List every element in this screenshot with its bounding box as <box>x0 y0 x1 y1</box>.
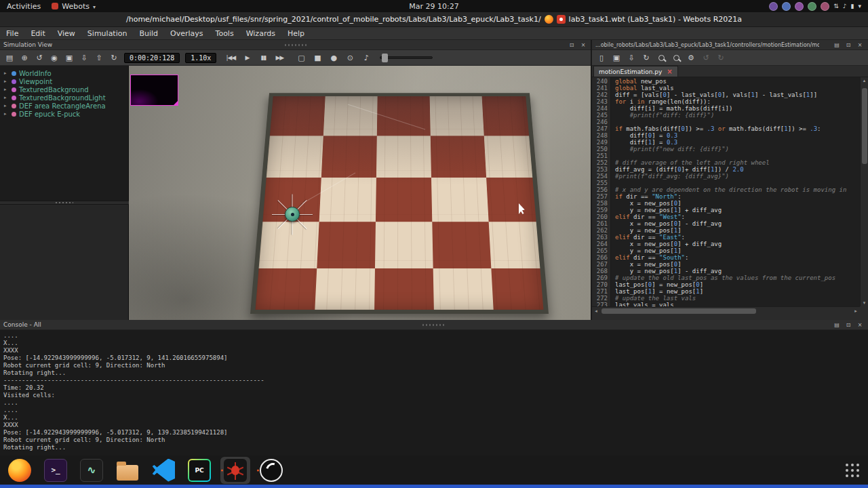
menu-view[interactable]: View <box>52 29 81 38</box>
redo-icon[interactable]: ↻ <box>714 52 728 64</box>
camera-overlay[interactable] <box>130 75 178 106</box>
field-editor-panel[interactable] <box>0 205 129 320</box>
expand-arrow-icon[interactable]: ▸ <box>4 95 9 100</box>
restore-viewpoint-icon[interactable]: ↺ <box>33 52 46 64</box>
audio-dock-icon[interactable]: ∿ <box>77 457 106 484</box>
expand-arrow-icon[interactable]: ▸ <box>4 87 9 92</box>
pycharm-dock-icon[interactable]: PC <box>184 457 214 484</box>
record-movie-icon[interactable]: ● <box>327 52 340 64</box>
reload-file-icon[interactable]: ↻ <box>639 52 653 64</box>
export-world-icon[interactable]: ⇧ <box>92 52 106 64</box>
save-world-icon[interactable]: ⇩ <box>77 52 91 64</box>
network-icon[interactable]: ⇅ <box>833 3 839 9</box>
volume-icon[interactable]: ♪ <box>843 3 847 9</box>
tab-close-icon[interactable]: × <box>667 68 672 75</box>
horizontal-scroll-thumb[interactable] <box>601 308 756 314</box>
scroll-left-icon[interactable]: ◂ <box>592 308 600 314</box>
tree-item-viewpoint[interactable]: ▸Viewpoint <box>0 77 128 85</box>
volume-slider[interactable] <box>380 56 433 59</box>
overlay-resize-handle[interactable] <box>174 101 178 105</box>
tree-item-def-area-rectanglearena[interactable]: ▸DEF area RectangleArena <box>0 102 128 110</box>
scene-tree[interactable]: ▸WorldInfo▸Viewpoint▸TexturedBackground▸… <box>0 66 129 201</box>
sound-mute-icon[interactable]: ♪ <box>359 52 373 64</box>
expand-arrow-icon[interactable]: ▸ <box>4 70 9 76</box>
menu-build[interactable]: Build <box>133 29 164 38</box>
find-icon[interactable] <box>654 52 668 64</box>
tree-item-worldinfo[interactable]: ▸WorldInfo <box>0 69 128 77</box>
preferences-icon[interactable]: ⚙ <box>684 52 698 64</box>
scroll-up-icon[interactable]: ▴ <box>861 78 868 83</box>
panel-menu-icon[interactable]: ▤ <box>832 41 842 49</box>
menu-simulation[interactable]: Simulation <box>81 29 134 38</box>
scroll-down-icon[interactable]: ▾ <box>861 300 868 306</box>
indicator-badge-2[interactable] <box>782 2 791 11</box>
rendering-toggle-icon[interactable]: ▢ <box>294 52 308 64</box>
3d-viewport[interactable] <box>129 66 592 320</box>
fast-forward-icon[interactable]: ▶▶ <box>273 52 286 64</box>
close-panel-icon[interactable]: × <box>855 41 865 49</box>
pause-icon[interactable]: ▮▮ <box>256 52 270 64</box>
firefox-dock-icon[interactable] <box>5 457 35 484</box>
menu-help[interactable]: Help <box>281 29 311 38</box>
editor-horizontal-scrollbar[interactable]: ◂ ▸ <box>592 306 860 314</box>
menu-file[interactable]: File <box>0 29 24 38</box>
run-real-time-icon[interactable]: ▶ <box>240 52 254 64</box>
tree-item-texturedbackgroundlight[interactable]: ▸TexturedBackgroundLight <box>0 94 128 102</box>
vscode-dock-icon[interactable] <box>149 457 178 484</box>
tab-motionestimation[interactable]: motionEstimation.py × <box>593 66 678 77</box>
float-panel-icon[interactable]: ⊡ <box>567 41 576 49</box>
reload-world-icon[interactable]: ↻ <box>107 52 121 64</box>
epuck-robot[interactable] <box>285 207 300 222</box>
indicator-badge-1[interactable] <box>769 2 778 11</box>
terminal-dock-icon[interactable]: >_ <box>41 457 71 484</box>
close-panel-icon[interactable]: × <box>578 41 588 49</box>
text-editor-header[interactable]: ...obile_robots/Labs/Lab3/Lab3_epuck/Lab… <box>592 40 868 50</box>
webots-dock-icon[interactable] <box>220 457 250 484</box>
menu-edit[interactable]: Edit <box>24 29 51 38</box>
drag-handle[interactable] <box>422 324 446 326</box>
new-file-icon[interactable]: ▯ <box>595 52 608 64</box>
add-node-icon[interactable]: ⊕ <box>18 52 31 64</box>
editor-vertical-scrollbar[interactable]: ▴ ▾ <box>860 77 868 306</box>
find-replace-icon[interactable] <box>669 52 683 64</box>
vertical-scroll-thumb[interactable] <box>862 88 867 164</box>
console-menu-icon[interactable]: ▤ <box>832 321 842 329</box>
obs-dock-icon[interactable] <box>256 457 286 484</box>
code-editor[interactable]: 2402412422432442452462472482492502512522… <box>592 77 860 306</box>
power-menu-icon[interactable]: ▾ <box>858 3 861 9</box>
drag-handle[interactable] <box>285 44 308 46</box>
tree-item-def-epuck-e-puck[interactable]: ▸DEF epuck E-puck <box>0 110 128 118</box>
hide-panels-icon[interactable]: ▤ <box>3 52 16 64</box>
volume-slider-thumb[interactable] <box>382 54 388 62</box>
menu-tools[interactable]: Tools <box>210 29 240 38</box>
indicator-badge-3[interactable] <box>795 2 804 11</box>
close-panel-icon[interactable]: × <box>855 321 865 329</box>
window-title-bar[interactable]: /home/michael/Desktop/usf_files/snr/spri… <box>0 12 868 27</box>
expand-arrow-icon[interactable]: ▸ <box>4 79 9 84</box>
open-file-icon[interactable]: ▣ <box>610 52 623 64</box>
float-panel-icon[interactable]: ⊡ <box>844 41 853 49</box>
view-menu-icon[interactable]: ◉ <box>47 52 61 64</box>
open-world-icon[interactable]: ▣ <box>62 52 76 64</box>
scroll-right-icon[interactable]: ▸ <box>852 308 860 314</box>
app-menu-button[interactable]: Webots <box>52 2 96 11</box>
activities-button[interactable]: Activities <box>7 2 41 11</box>
battery-icon[interactable]: ▮ <box>851 3 854 9</box>
indicator-badge-4[interactable] <box>808 2 816 11</box>
reset-simulation-icon[interactable]: |◀◀ <box>224 52 237 64</box>
undo-icon[interactable]: ↺ <box>699 52 713 64</box>
show-applications-button[interactable] <box>846 464 859 477</box>
files-dock-icon[interactable] <box>113 457 142 484</box>
indicator-badge-5[interactable] <box>821 2 829 11</box>
menu-overlays[interactable]: Overlays <box>164 29 210 38</box>
expand-arrow-icon[interactable]: ▸ <box>4 111 9 117</box>
code-text[interactable]: global new_posglobal last_valsdiff = [va… <box>611 77 860 306</box>
menu-wizards[interactable]: Wizards <box>240 29 281 38</box>
save-file-icon[interactable]: ⇩ <box>625 52 638 64</box>
float-panel-icon[interactable]: ⊡ <box>844 321 853 329</box>
screenshot-icon[interactable]: ⊙ <box>343 52 357 64</box>
expand-arrow-icon[interactable]: ▸ <box>4 103 9 108</box>
simulation-view-header[interactable]: Simulation View ⊡× <box>0 40 591 50</box>
console-header[interactable]: Console - All ▤⊡× <box>0 320 868 330</box>
clock[interactable]: Mar 29 10:27 <box>409 2 458 11</box>
